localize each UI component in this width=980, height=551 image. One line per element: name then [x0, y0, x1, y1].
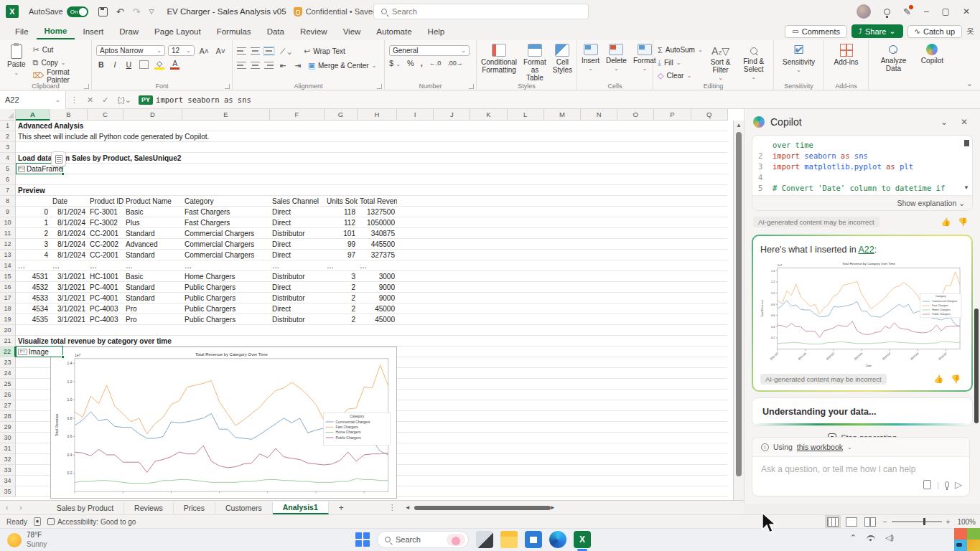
addins-button[interactable]: Add-ins — [834, 43, 859, 66]
workbook-context-link[interactable]: this workbook — [797, 443, 843, 451]
table-cell[interactable]: Standard — [123, 282, 182, 293]
table-cell[interactable]: Fast Chargers — [182, 217, 270, 228]
find-select-button[interactable]: Find & Select⌄ — [738, 43, 769, 81]
table-cell[interactable]: PC-4001 — [88, 282, 123, 293]
inserted-chart-preview[interactable]: Total Revenue by Category Over Time1e7To… — [759, 259, 966, 368]
row-header-20[interactable]: 20 — [0, 325, 16, 336]
ribbon-tab-view[interactable]: View — [335, 24, 369, 39]
thumbs-down-icon[interactable]: 👎 — [954, 217, 971, 227]
table-cell[interactable]: CC-2001 — [88, 250, 123, 260]
ribbon-tab-formulas[interactable]: Formulas — [209, 24, 259, 39]
column-header-D[interactable]: D — [123, 109, 182, 121]
vertical-scroll-thumb[interactable] — [736, 132, 742, 476]
row-header-28[interactable]: 28 — [0, 411, 16, 422]
table-cell[interactable]: 327375 — [358, 250, 397, 260]
next-sheet-icon[interactable]: › — [14, 504, 27, 512]
table-cell[interactable]: 3/1/2021 — [50, 303, 88, 314]
table-cell[interactable]: Distributor — [270, 228, 325, 239]
table-cell[interactable]: 8/1/2024 — [50, 217, 88, 228]
edge-browser-button[interactable] — [549, 531, 566, 548]
ribbon-tab-draw[interactable]: Draw — [111, 24, 146, 39]
table-cell[interactable]: Plus — [123, 217, 182, 228]
table-header[interactable]: Total Revenue — [358, 196, 397, 207]
align-bottom-icon[interactable] — [264, 47, 274, 55]
redo-icon[interactable]: ↷ — [133, 6, 141, 17]
ribbon-tab-review[interactable]: Review — [292, 24, 335, 39]
sheet-tab-customers[interactable]: Customers — [215, 502, 273, 514]
copilot-pane-scrollbar[interactable] — [974, 309, 979, 423]
sheet-tab-prices[interactable]: Prices — [174, 502, 215, 514]
row-header-2[interactable]: 2 — [0, 131, 16, 142]
table-cell[interactable]: CC-2002 — [88, 239, 123, 250]
analyze-data-button[interactable]: Analyze Data — [873, 43, 914, 72]
table-cell[interactable]: 118 — [325, 207, 358, 217]
page-layout-view-button[interactable] — [846, 517, 857, 527]
table-cell[interactable]: Advanced — [123, 239, 182, 250]
table-cell[interactable]: 4 — [16, 250, 50, 260]
row-header-19[interactable]: 19 — [0, 314, 16, 325]
row-header-32[interactable]: 32 — [0, 454, 16, 465]
font-dialog-launcher[interactable] — [225, 84, 230, 89]
decrease-indent-button[interactable]: ⇤ — [278, 61, 289, 70]
horizontal-scroll-thumb[interactable] — [414, 506, 551, 510]
table-header[interactable]: Sales Channel — [270, 196, 325, 207]
thumbs-up-icon[interactable]: 👍 — [930, 375, 948, 384]
share-button[interactable]: ⤴Share ⌄ — [851, 24, 903, 38]
table-cell[interactable]: 8/1/2024 — [50, 239, 88, 250]
delete-cells-button[interactable]: Delete⌄ — [606, 43, 627, 72]
accessibility-status[interactable]: Accessibility: Good to go — [41, 518, 143, 526]
underline-button[interactable]: U — [124, 60, 134, 69]
table-cell[interactable]: 8/1/2024 — [50, 250, 88, 260]
column-header-H[interactable]: H — [358, 109, 397, 121]
name-box[interactable]: A22⌄ — [0, 91, 66, 109]
row-header-14[interactable]: 14 — [0, 260, 16, 271]
column-header-N[interactable]: N — [581, 109, 617, 121]
table-cell[interactable]: Commercial Chargers — [182, 250, 270, 260]
zoom-level[interactable]: 100% — [957, 518, 976, 526]
zoom-slider[interactable]: −+ — [883, 518, 951, 526]
table-cell[interactable]: 3 — [325, 271, 358, 282]
inserted-cell-link[interactable]: A22 — [858, 245, 874, 255]
table-cell[interactable]: 99 — [325, 239, 358, 250]
scroll-left-icon[interactable]: ◄ — [405, 504, 411, 511]
table-cell[interactable]: 2 — [325, 293, 358, 303]
row-header-33[interactable]: 33 — [0, 465, 16, 476]
table-cell[interactable]: 1050000 — [358, 217, 397, 228]
code-scroll-down-icon[interactable]: ▼ — [963, 184, 969, 191]
cancel-entry-icon[interactable]: ✕ — [83, 95, 98, 105]
autosave-toggle[interactable]: AutoSave On — [29, 6, 88, 17]
percent-button[interactable]: % — [407, 59, 414, 67]
save-icon[interactable] — [98, 7, 108, 17]
table-cell[interactable]: Standard — [123, 250, 182, 260]
volume-icon[interactable]: ◁) — [885, 533, 894, 542]
row-header-13[interactable]: 13 — [0, 250, 16, 260]
fill-handle[interactable] — [61, 355, 65, 359]
table-cell[interactable]: … — [16, 260, 50, 271]
collapse-ribbon-icon[interactable]: ⌄ — [966, 79, 973, 88]
table-cell[interactable]: 4535 — [16, 314, 50, 325]
row-header-23[interactable]: 23 — [0, 357, 16, 368]
conditional-formatting-button[interactable]: Conditional Formatting — [481, 43, 517, 74]
row-header-22[interactable]: 22 — [0, 347, 16, 357]
column-header-F[interactable]: F — [270, 109, 325, 121]
row-header-26[interactable]: 26 — [0, 390, 16, 400]
table-cell[interactable]: … — [88, 260, 123, 271]
vertical-scrollbar[interactable]: ▲ — [733, 121, 744, 500]
font-color-button[interactable]: A — [170, 59, 179, 70]
table-cell[interactable]: Standard — [123, 293, 182, 303]
table-cell[interactable]: 340875 — [358, 228, 397, 239]
fill-color-button[interactable]: ◇ — [154, 59, 164, 70]
row-header-27[interactable]: 27 — [0, 400, 16, 411]
ribbon-tab-insert[interactable]: Insert — [75, 24, 111, 39]
close-button[interactable]: ✕ — [963, 6, 970, 17]
format-painter-button[interactable]: ⌦Format Painter — [33, 70, 87, 81]
grow-font-button[interactable]: A˄ — [197, 47, 211, 55]
align-middle-icon[interactable] — [251, 47, 260, 55]
file-explorer-button[interactable] — [500, 531, 518, 548]
copilot-close-icon[interactable]: ✕ — [957, 117, 971, 127]
row-header-16[interactable]: 16 — [0, 282, 16, 293]
sheet-tab-sales-by-product[interactable]: Sales by Product — [47, 502, 124, 514]
tell-me-lightbulb-icon[interactable] — [884, 9, 890, 15]
column-header-J[interactable]: J — [434, 109, 470, 121]
ribbon-tab-help[interactable]: Help — [420, 24, 453, 39]
